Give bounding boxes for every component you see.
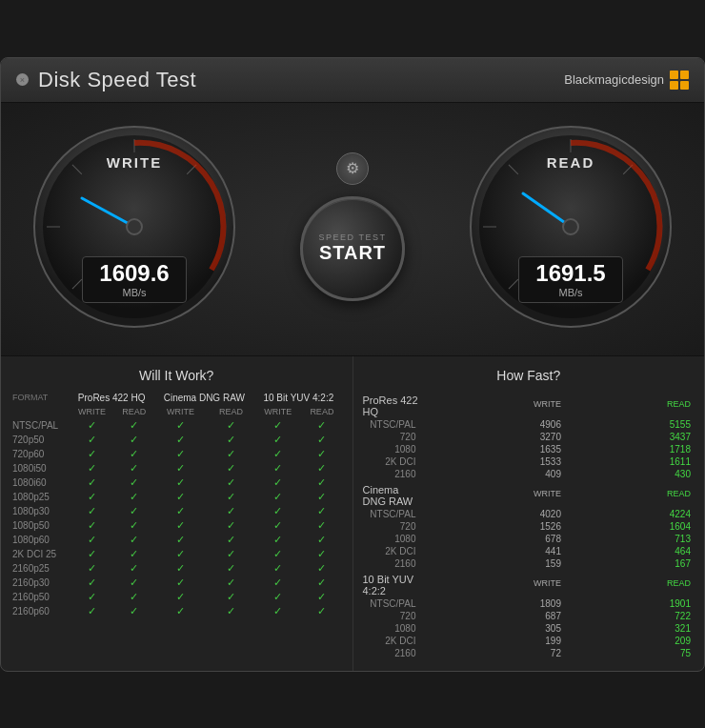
- check-icon: ✓: [227, 434, 235, 445]
- write-value: 159: [420, 557, 565, 570]
- check-icon: ✓: [130, 534, 138, 545]
- read-value: 4224: [565, 508, 695, 520]
- check-icon: ✓: [88, 476, 96, 488]
- check-icon: ✓: [176, 591, 185, 602]
- check-cell: ✓: [153, 461, 207, 475]
- check-icon: ✓: [130, 491, 138, 502]
- row-label: 2160p30: [10, 576, 70, 590]
- row-label: 2160: [363, 557, 420, 570]
- check-cell: ✓: [70, 490, 114, 504]
- read-value: 713: [565, 533, 695, 545]
- check-icon: ✓: [227, 419, 235, 431]
- read-value: 430: [565, 468, 695, 480]
- row-label: 1080p60: [10, 533, 70, 547]
- check-cell: ✓: [153, 561, 207, 576]
- check-cell: ✓: [153, 547, 207, 561]
- brand-sq-3: [670, 81, 678, 90]
- table-row: 2160159167: [363, 557, 695, 570]
- check-cell: ✓: [254, 461, 301, 475]
- settings-button[interactable]: ⚙: [336, 152, 369, 185]
- write-value: 1526: [420, 520, 565, 533]
- check-cell: ✓: [208, 433, 255, 447]
- close-button[interactable]: ×: [16, 73, 29, 86]
- codec-header-row: 10 Bit YUV 4:2:2WRITEREAD: [363, 570, 695, 597]
- write-value: 4020: [420, 508, 565, 520]
- start-action: START: [319, 242, 386, 264]
- check-cell: ✓: [301, 475, 342, 490]
- read-col-head: READ: [565, 480, 695, 508]
- table-row: 2160p25✓✓✓✓✓✓: [10, 561, 343, 576]
- cdng-write-head: WRITE: [153, 405, 207, 418]
- check-cell: ✓: [70, 447, 114, 461]
- check-icon: ✓: [227, 548, 235, 559]
- check-cell: ✓: [254, 547, 301, 561]
- write-value: 4906: [420, 418, 565, 431]
- check-cell: ✓: [301, 590, 342, 604]
- table-row: 72015261604: [363, 520, 695, 533]
- table-row: 2160409430: [363, 468, 695, 480]
- read-value: 464: [565, 545, 695, 557]
- read-value: 5155: [565, 418, 695, 431]
- row-label: 1080i60: [10, 475, 70, 490]
- check-icon: ✓: [317, 419, 326, 431]
- row-label: 2160p25: [10, 561, 70, 576]
- check-cell: ✓: [208, 418, 255, 433]
- start-button[interactable]: SPEED TEST START: [300, 196, 405, 301]
- check-cell: ✓: [114, 504, 153, 518]
- check-cell: ✓: [254, 590, 301, 604]
- check-cell: ✓: [208, 547, 255, 561]
- prores-write-head: WRITE: [70, 405, 114, 418]
- check-icon: ✓: [130, 591, 138, 602]
- check-cell: ✓: [208, 475, 255, 490]
- check-cell: ✓: [301, 504, 342, 518]
- check-icon: ✓: [273, 576, 282, 588]
- check-cell: ✓: [301, 604, 342, 618]
- brand-name: Blackmagicdesign: [564, 72, 664, 87]
- cdng-header: Cinema DNG RAW: [153, 391, 254, 405]
- table-row: 1080i50✓✓✓✓✓✓: [10, 461, 343, 475]
- brand-squares: [670, 71, 689, 90]
- how-fast-panel: How Fast? ProRes 422 HQWRITEREADNTSC/PAL…: [353, 356, 705, 671]
- check-icon: ✓: [273, 419, 282, 431]
- write-unit: MB/s: [96, 287, 172, 298]
- table-row: 2160p60✓✓✓✓✓✓: [10, 604, 343, 618]
- row-label: 720: [363, 610, 420, 622]
- how-fast-header: How Fast?: [363, 368, 695, 383]
- write-col-head: WRITE: [420, 570, 565, 597]
- check-icon: ✓: [227, 591, 235, 602]
- row-label: 1080: [363, 443, 420, 455]
- check-icon: ✓: [130, 576, 138, 588]
- empty-col: [10, 405, 70, 418]
- check-icon: ✓: [88, 591, 96, 602]
- table-row: NTSC/PAL✓✓✓✓✓✓: [10, 418, 343, 433]
- check-cell: ✓: [114, 561, 153, 576]
- check-icon: ✓: [176, 462, 185, 474]
- write-value: 409: [420, 468, 565, 480]
- row-label: 2K DCI: [363, 635, 420, 647]
- check-cell: ✓: [301, 533, 342, 547]
- check-icon: ✓: [317, 576, 326, 588]
- app-window: × Disk Speed Test Blackmagicdesign: [0, 57, 705, 672]
- row-label: 2160: [363, 468, 420, 480]
- check-icon: ✓: [227, 562, 235, 574]
- check-icon: ✓: [317, 476, 326, 488]
- svg-text:WRITE: WRITE: [107, 154, 162, 171]
- check-icon: ✓: [273, 605, 282, 617]
- check-icon: ✓: [227, 576, 235, 588]
- check-cell: ✓: [153, 447, 207, 461]
- check-cell: ✓: [70, 590, 114, 604]
- check-icon: ✓: [88, 605, 96, 617]
- check-icon: ✓: [130, 605, 138, 617]
- check-icon: ✓: [88, 548, 96, 559]
- write-value: 678: [420, 533, 565, 545]
- check-icon: ✓: [273, 462, 282, 474]
- row-label: 1080p50: [10, 518, 70, 533]
- check-cell: ✓: [301, 433, 342, 447]
- check-cell: ✓: [114, 590, 153, 604]
- check-icon: ✓: [88, 505, 96, 516]
- yuv-write-head: WRITE: [254, 405, 301, 418]
- write-value: 441: [420, 545, 565, 557]
- check-cell: ✓: [208, 461, 255, 475]
- row-label: NTSC/PAL: [363, 597, 420, 610]
- check-cell: ✓: [70, 547, 114, 561]
